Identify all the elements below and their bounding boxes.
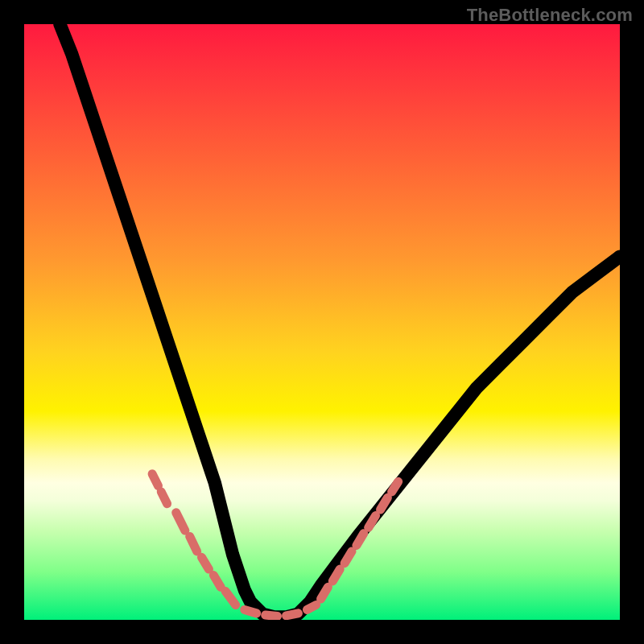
tick-segment [190,536,197,551]
tick-segment [202,557,209,569]
tick-segment [357,534,364,546]
tick-segment [321,587,328,599]
highlight-ticks [152,474,398,617]
tick-segment [225,591,236,605]
tick-segment [345,551,352,564]
tick-segment [381,497,388,510]
tick-segment [308,605,316,610]
tick-segment [152,474,158,486]
bottleneck-curve [60,24,620,617]
tick-segment [266,615,278,616]
tick-segment [245,609,257,613]
tick-segment [392,481,398,492]
chart-container: TheBottleneck.com [0,0,644,644]
tick-segment [369,516,376,528]
chart-svg [24,24,620,620]
tick-segment [176,513,185,530]
tick-segment [287,613,299,616]
plot-area [24,24,620,620]
tick-segment [332,569,340,581]
tick-segment [161,492,167,504]
watermark-label: TheBottleneck.com [467,5,633,26]
tick-segment [213,576,221,588]
